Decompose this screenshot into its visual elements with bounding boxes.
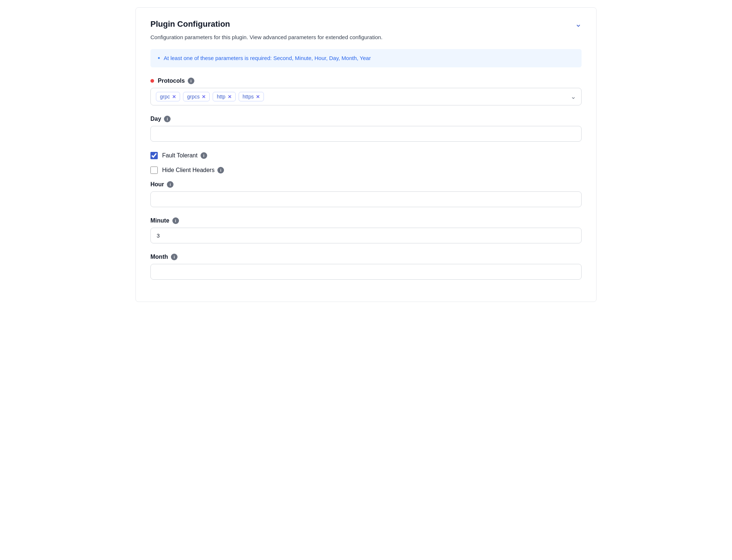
month-field-group: Month i [150, 254, 582, 280]
tag-http-remove[interactable]: ✕ [228, 94, 232, 99]
tag-https: https ✕ [239, 92, 264, 101]
fault-tolerant-row: Fault Tolerant i [150, 152, 582, 159]
protocols-chevron-icon: ⌄ [571, 93, 576, 101]
tag-http-label: http [217, 94, 225, 100]
hour-label: Hour i [150, 181, 582, 188]
fault-tolerant-label[interactable]: Fault Tolerant i [162, 152, 207, 159]
protocols-tags-container: grpc ✕ grpcs ✕ http ✕ https ✕ [156, 92, 264, 101]
protocols-info-icon[interactable]: i [188, 78, 194, 84]
info-banner-text: At least one of these parameters is requ… [164, 54, 371, 63]
minute-info-icon[interactable]: i [172, 217, 179, 224]
hour-input[interactable] [150, 191, 582, 207]
fault-tolerant-info-icon[interactable]: i [201, 152, 207, 159]
month-input[interactable] [150, 264, 582, 280]
fault-tolerant-checkbox[interactable] [150, 152, 158, 159]
tag-grpcs: grpcs ✕ [183, 92, 210, 101]
plugin-configuration-panel: Plugin Configuration ⌄ Configuration par… [135, 7, 597, 302]
info-bullet: • [158, 55, 160, 62]
tag-grpcs-remove[interactable]: ✕ [202, 94, 206, 99]
hour-label-text: Hour [150, 181, 164, 188]
section-header: Plugin Configuration ⌄ [150, 19, 582, 29]
hide-client-headers-checkbox[interactable] [150, 167, 158, 174]
day-label-text: Day [150, 116, 161, 122]
section-title: Plugin Configuration [150, 19, 230, 29]
tag-https-remove[interactable]: ✕ [256, 94, 260, 99]
tag-http: http ✕ [213, 92, 235, 101]
hide-client-headers-info-icon[interactable]: i [217, 167, 224, 173]
protocols-label-text: Protocols [158, 78, 185, 84]
tag-grpcs-label: grpcs [187, 94, 199, 100]
protocols-field-group: Protocols i grpc ✕ grpcs ✕ http ✕ [150, 78, 582, 105]
hour-info-icon[interactable]: i [167, 181, 173, 188]
day-info-icon[interactable]: i [164, 116, 171, 122]
hour-field-group: Hour i [150, 181, 582, 207]
section-description: Configuration parameters for this plugin… [150, 33, 582, 42]
day-field-group: Day i [150, 116, 582, 142]
required-dot [150, 79, 154, 83]
minute-label: Minute i [150, 217, 582, 224]
tag-grpc-remove[interactable]: ✕ [172, 94, 176, 99]
month-label: Month i [150, 254, 582, 260]
minute-field-group: Minute i [150, 217, 582, 243]
info-banner: • At least one of these parameters is re… [150, 49, 582, 68]
minute-input[interactable] [150, 228, 582, 243]
hide-client-headers-row: Hide Client Headers i [150, 167, 582, 174]
day-label: Day i [150, 116, 582, 122]
month-label-text: Month [150, 254, 168, 260]
tag-https-label: https [243, 94, 254, 100]
collapse-chevron-icon[interactable]: ⌄ [575, 19, 582, 29]
month-info-icon[interactable]: i [171, 254, 178, 260]
hide-client-headers-label-text: Hide Client Headers [162, 167, 214, 173]
protocols-dropdown[interactable]: grpc ✕ grpcs ✕ http ✕ https ✕ ⌄ [150, 88, 582, 105]
minute-label-text: Minute [150, 217, 169, 224]
hide-client-headers-label[interactable]: Hide Client Headers i [162, 167, 224, 173]
protocols-label: Protocols i [150, 78, 582, 84]
day-input[interactable] [150, 126, 582, 142]
tag-grpc-label: grpc [160, 94, 170, 100]
tag-grpc: grpc ✕ [156, 92, 180, 101]
fault-tolerant-label-text: Fault Tolerant [162, 152, 198, 159]
